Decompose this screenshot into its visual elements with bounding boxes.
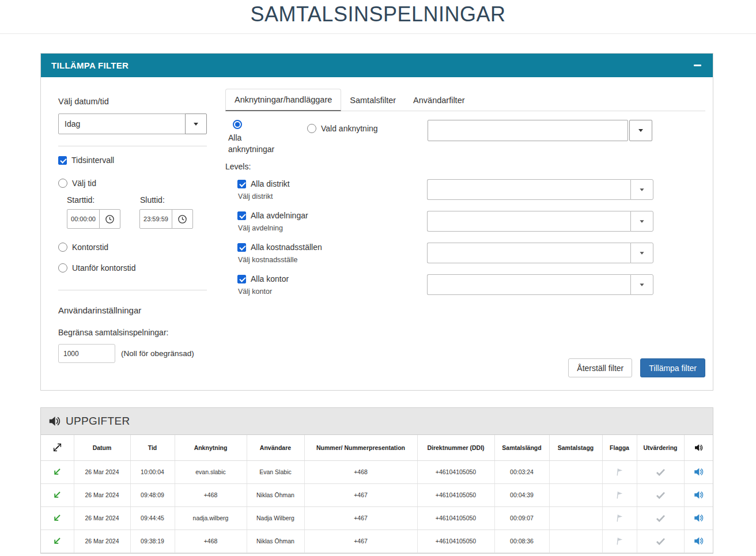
cost-center-select-field[interactable] — [427, 243, 630, 263]
chevron-down-icon — [640, 188, 644, 191]
reset-filter-button[interactable]: Återställ filter — [568, 358, 632, 377]
speaker-icon — [48, 415, 61, 428]
tab-anknytningar-handlaggare[interactable]: Anknytningar/handläggare — [225, 89, 341, 111]
cell-samtalstagg — [549, 529, 602, 553]
cell-tid: 09:38:19 — [130, 529, 175, 553]
check-icon[interactable] — [656, 491, 666, 499]
cost-center-select — [427, 243, 653, 263]
all-extensions-radio[interactable]: Alla anknytningar — [225, 120, 278, 155]
time-interval-checkbox[interactable]: Tidsintervall — [58, 156, 207, 165]
play-recording-speaker-icon[interactable] — [693, 536, 704, 546]
date-select-value[interactable]: Idag — [58, 114, 186, 134]
level-left: Alla kostnadsställen Välj kostnadsställe — [237, 243, 322, 264]
check-icon[interactable] — [656, 468, 666, 476]
cell-samtalslangd: 00:09:07 — [494, 506, 549, 529]
flag-icon[interactable] — [615, 490, 624, 500]
district-select — [427, 179, 653, 200]
flag-icon[interactable] — [615, 513, 624, 523]
chevron-down-icon — [640, 252, 644, 255]
incoming-call-arrow-icon — [52, 490, 62, 500]
col-flagga: Flagga — [602, 435, 637, 460]
all-departments-checkbox[interactable]: Alla avdelningar — [237, 211, 308, 220]
call-direction-icon — [52, 442, 63, 453]
cell-samtalstagg — [549, 506, 602, 529]
district-select-caret-button[interactable] — [630, 179, 653, 200]
play-recording-speaker-icon[interactable] — [693, 513, 704, 523]
start-time-clock-button[interactable] — [99, 209, 120, 229]
all-cost-centers-checkbox[interactable]: Alla kostnadsställen — [237, 243, 322, 252]
checkbox-checked-icon — [58, 156, 67, 165]
department-select — [427, 211, 653, 232]
cell-utvardering — [637, 483, 684, 506]
radio-icon — [58, 243, 67, 252]
start-time-input[interactable] — [67, 209, 100, 229]
user-settings-heading: Användarinställningar — [58, 305, 207, 315]
chevron-down-icon — [640, 283, 644, 286]
col-anvandare: Användare — [247, 435, 304, 460]
department-select-caret-button[interactable] — [630, 211, 653, 232]
cell-datum: 26 Mar 2024 — [74, 506, 130, 529]
start-time-label: Starttid: — [67, 195, 140, 205]
select-cost-center-link[interactable]: Välj kostnadsställe — [238, 256, 322, 264]
end-time-input[interactable] — [139, 209, 172, 229]
speaker-icon — [694, 443, 703, 452]
office-select — [427, 274, 653, 295]
chevron-down-icon — [194, 123, 198, 126]
level-row-kontor: Alla kontor Välj kontor — [225, 274, 705, 298]
collapse-panel-button[interactable] — [693, 61, 702, 70]
divider — [58, 290, 207, 290]
cell-direktnummer: +46104105050 — [417, 460, 494, 483]
all-districts-checkbox[interactable]: Alla distrikt — [237, 179, 290, 188]
all-extensions-label: Alla anknytningar — [228, 132, 278, 155]
select-time-radio[interactable]: Välj tid — [58, 179, 207, 188]
department-select-field[interactable] — [427, 211, 630, 232]
selected-extension-radio[interactable]: Vald anknytning — [307, 120, 378, 133]
cell-play — [684, 460, 713, 483]
tab-samtalsfilter[interactable]: Samtalsfilter — [341, 90, 405, 111]
play-recording-speaker-icon[interactable] — [693, 490, 704, 500]
extension-radio-row: Alla anknytningar Vald anknytning — [225, 120, 705, 155]
cell-tid: 09:44:45 — [130, 506, 175, 529]
cell-anvandare: Niklas Öhman — [247, 529, 304, 553]
outside-office-hours-radio[interactable]: Utanför kontorstid — [58, 263, 207, 273]
selected-extension-label: Vald anknytning — [321, 124, 378, 133]
select-department-link[interactable]: Välj avdelning — [238, 224, 308, 232]
checkbox-checked-icon — [237, 211, 246, 220]
filter-panel-title: TILLÄMPA FILTER — [51, 60, 128, 70]
all-offices-checkbox[interactable]: Alla kontor — [237, 274, 289, 283]
cell-flagga — [602, 529, 637, 553]
office-select-caret-button[interactable] — [630, 274, 653, 295]
tab-anvandarfilter[interactable]: Användarfilter — [405, 90, 473, 111]
clock-icon — [177, 214, 187, 224]
cost-center-select-caret-button[interactable] — [630, 243, 653, 263]
office-hours-radio[interactable]: Kontorstid — [58, 243, 207, 252]
cell-samtalstagg — [549, 483, 602, 506]
extension-select-field[interactable] — [428, 120, 628, 141]
apply-filter-button[interactable]: Tillämpa filter — [640, 358, 705, 377]
check-icon[interactable] — [656, 538, 666, 545]
cell-tid: 10:00:04 — [130, 460, 175, 483]
cell-anknytning: nadja.wilberg — [175, 506, 247, 529]
date-select-caret-button[interactable] — [185, 114, 207, 134]
play-recording-speaker-icon[interactable] — [693, 467, 704, 477]
table-row: 26 Mar 2024 10:00:04 evan.slabic Evan Sl… — [41, 460, 713, 483]
end-time-clock-button[interactable] — [172, 209, 193, 229]
flag-icon[interactable] — [615, 536, 624, 546]
office-select-field[interactable] — [427, 274, 630, 295]
levels-label: Levels: — [225, 162, 705, 171]
select-time-label: Välj tid — [72, 179, 96, 188]
extension-select-caret-button[interactable] — [629, 120, 652, 141]
select-office-link[interactable]: Välj kontor — [238, 288, 289, 296]
all-cost-centers-label: Alla kostnadsställen — [251, 243, 322, 252]
select-district-link[interactable]: Välj distrikt — [238, 192, 290, 201]
district-select-field[interactable] — [427, 179, 630, 200]
recording-limit-input[interactable] — [58, 344, 115, 363]
cell-samtalslangd: 00:03:24 — [494, 460, 549, 483]
cell-direction — [41, 506, 74, 529]
flag-icon[interactable] — [615, 467, 624, 477]
all-districts-label: Alla distrikt — [251, 179, 290, 188]
check-icon[interactable] — [656, 515, 666, 522]
cell-anknytning: evan.slabic — [175, 460, 247, 483]
cell-anknytning: +468 — [175, 483, 247, 506]
cell-anvandare: Nadja Wilberg — [247, 506, 304, 529]
